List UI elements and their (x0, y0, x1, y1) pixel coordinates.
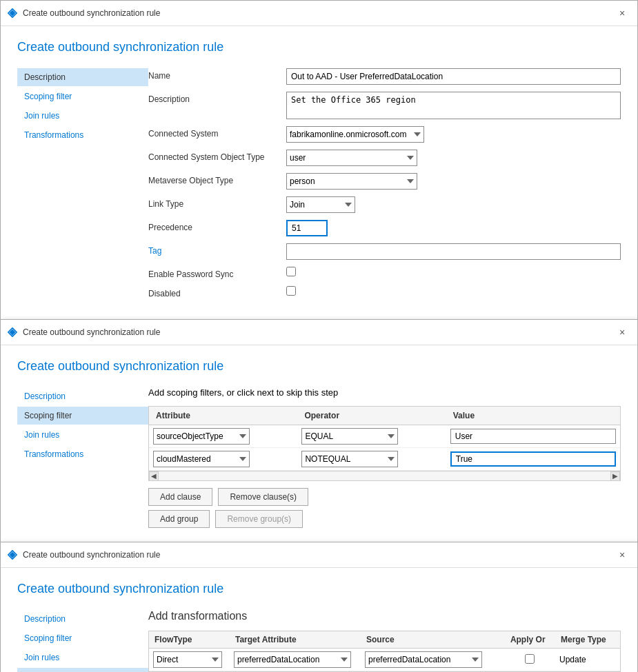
filter-table: Attribute Operator Value sourceObjectTyp… (149, 407, 620, 471)
filter-value-1 (446, 425, 620, 448)
scroll-right-arrow[interactable]: ▶ (610, 471, 620, 481)
main-content-3: Add transformations FlowType Target Attr… (148, 610, 621, 672)
input-precedence[interactable] (286, 220, 328, 236)
content-area-2: Description Scoping filter Join rules Tr… (17, 387, 621, 528)
title-bar-text-1: Create outbound synchronization rule (23, 8, 608, 18)
close-button-1[interactable]: × (614, 5, 630, 21)
input-name[interactable] (286, 68, 621, 85)
trans-col-flowtype: FlowType (149, 631, 230, 649)
main-content-2: Add scoping filters, or click next to sk… (148, 387, 621, 528)
select-target-1[interactable]: preferredDataLocation (234, 651, 351, 668)
scroll-track (159, 471, 610, 480)
form-row-password-sync: Enable Password Sync (148, 267, 621, 279)
add-group-button[interactable]: Add group (148, 510, 210, 528)
page-title-2: Create outbound synchronization rule (17, 359, 621, 374)
form-row-precedence: Precedence (148, 220, 621, 236)
input-value-2[interactable] (450, 451, 616, 467)
textarea-description[interactable]: Set the Office 365 region (286, 92, 621, 119)
trans-flowtype-1: Direct (149, 649, 230, 671)
sidebar-item-trans-3[interactable]: Transformations (17, 668, 148, 672)
filter-row-2: cloudMastered NOTEQUAL (149, 448, 620, 471)
checkbox-apply-1[interactable] (525, 654, 535, 664)
sidebar-item-description-2[interactable]: Description (17, 387, 148, 405)
title-bar-2: Create outbound synchronization rule × (1, 320, 637, 345)
label-password-sync: Enable Password Sync (148, 267, 286, 279)
clause-btn-group: Add clause Remove clause(s) (148, 488, 621, 506)
sidebar-item-description-1[interactable]: Description (17, 68, 148, 86)
trans-col-apply: Apply Or (505, 631, 555, 649)
section-title-trans: Add transformations (148, 610, 621, 622)
label-link-type: Link Type (148, 196, 286, 209)
diamond-icon-3 (8, 550, 17, 560)
content-area-3: Description Scoping filter Join rules Tr… (17, 610, 621, 672)
trans-table: FlowType Target Attribute Source Apply O… (149, 631, 620, 671)
add-clause-button[interactable]: Add clause (148, 488, 212, 506)
label-tag: Tag (148, 243, 286, 256)
close-button-3[interactable]: × (614, 547, 630, 563)
scroll-left-arrow[interactable]: ◀ (149, 471, 159, 481)
sidebar-item-scoping-3[interactable]: Scoping filter (17, 629, 148, 647)
form-row-tag: Tag (148, 243, 621, 260)
select-operator-2[interactable]: NOTEQUAL (301, 451, 398, 467)
select-source-1[interactable]: preferredDataLocation (365, 651, 482, 668)
trans-apply-1 (505, 649, 555, 671)
window-body-1: Create outbound synchronization rule Des… (1, 26, 637, 319)
filter-operator-2: NOTEQUAL (297, 448, 446, 471)
input-tag[interactable] (286, 243, 621, 260)
trans-row-1: Direct preferredDataLocation (149, 649, 620, 671)
checkbox-disabled[interactable] (286, 286, 296, 296)
sidebar-item-join-2[interactable]: Join rules (17, 426, 148, 444)
select-connected-system[interactable]: fabrikamonline.onmicrosoft.com (286, 126, 424, 143)
diamond-icon-1 (8, 8, 17, 18)
form-row-link-type: Link Type Join (148, 196, 621, 213)
select-flowtype-1[interactable]: Direct (153, 651, 222, 668)
select-attribute-2[interactable]: cloudMastered (153, 451, 250, 467)
label-disabled: Disabled (148, 286, 286, 298)
sidebar-item-description-3[interactable]: Description (17, 610, 148, 628)
remove-clause-button[interactable]: Remove clause(s) (218, 488, 308, 506)
filter-table-container: Attribute Operator Value sourceObjectTyp… (148, 406, 621, 481)
scrollbar-area: ◀ ▶ (149, 471, 620, 480)
form-row-cs-object-type: Connected System Object Type user (148, 150, 621, 166)
window-body-2: Create outbound synchronization rule Des… (1, 345, 637, 542)
filter-operator-1: EQUAL (297, 425, 446, 448)
title-bar-text-3: Create outbound synchronization rule (23, 550, 608, 560)
title-bar-3: Create outbound synchronization rule × (1, 542, 637, 568)
window-1: Create outbound synchronization rule × C… (0, 0, 638, 320)
sidebar-item-trans-2[interactable]: Transformations (17, 445, 148, 463)
label-mv-object-type: Metaverse Object Type (148, 173, 286, 185)
sidebar-item-join-3[interactable]: Join rules (17, 649, 148, 666)
select-link-type[interactable]: Join (286, 196, 355, 213)
sidebar-item-scoping-2[interactable]: Scoping filter (17, 407, 148, 425)
sidebar-3: Description Scoping filter Join rules Tr… (17, 610, 148, 672)
checkbox-password-sync[interactable] (286, 267, 296, 276)
instruction-text: Add scoping filters, or click next to sk… (148, 387, 621, 398)
form-row-connected-system: Connected System fabrikamonline.onmicros… (148, 126, 621, 143)
input-value-1[interactable] (450, 429, 616, 444)
remove-group-button[interactable]: Remove group(s) (215, 510, 303, 528)
trans-source-1: preferredDataLocation (361, 649, 505, 671)
select-cs-object-type[interactable]: user (286, 150, 417, 166)
filter-value-2 (446, 448, 620, 471)
form-row-description: Description Set the Office 365 region (148, 92, 621, 119)
select-attribute-1[interactable]: sourceObjectType (153, 428, 250, 445)
label-precedence: Precedence (148, 220, 286, 232)
trans-col-source: Source (361, 631, 505, 649)
select-mv-object-type[interactable]: person (286, 173, 417, 190)
window-2: Create outbound synchronization rule × C… (0, 319, 638, 542)
form-row-disabled: Disabled (148, 286, 621, 298)
close-button-2[interactable]: × (614, 324, 630, 340)
label-name: Name (148, 68, 286, 81)
window-3: Create outbound synchronization rule × C… (0, 542, 638, 672)
sidebar-item-join-1[interactable]: Join rules (17, 107, 148, 125)
select-operator-1[interactable]: EQUAL (301, 428, 398, 445)
title-bar-1: Create outbound synchronization rule × (1, 1, 637, 26)
form-row-name: Name (148, 68, 621, 85)
col-header-value: Value (446, 407, 620, 425)
filter-attribute-2: cloudMastered (149, 448, 297, 471)
sidebar-item-trans-1[interactable]: Transformations (17, 126, 148, 144)
sidebar-item-scoping-1[interactable]: Scoping filter (17, 88, 148, 105)
label-cs-object-type: Connected System Object Type (148, 150, 286, 162)
trans-merge-1: Update (555, 649, 620, 671)
trans-col-target: Target Attribute (230, 631, 361, 649)
